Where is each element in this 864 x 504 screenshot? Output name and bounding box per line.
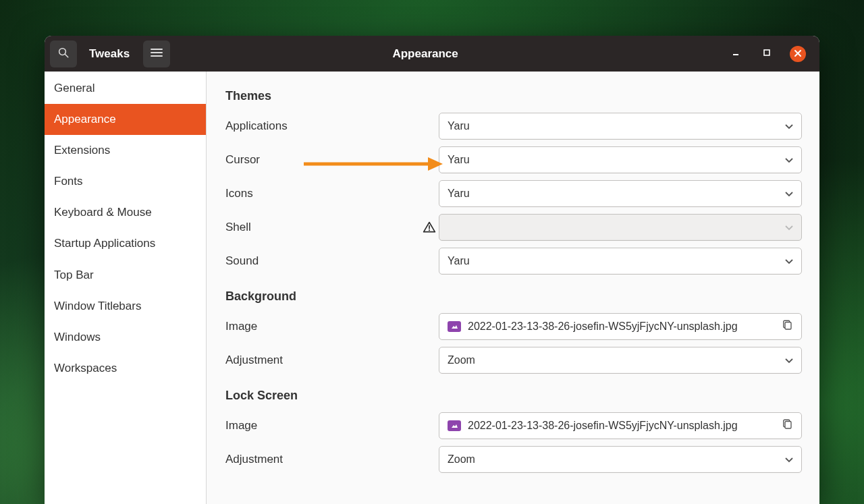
image-file-icon — [448, 321, 461, 332]
sidebar-item-appearance[interactable]: Appearance — [45, 104, 206, 135]
chevron-down-icon — [785, 120, 793, 132]
applications-combo[interactable]: Yaru — [439, 113, 802, 140]
window-body: General Appearance Extensions Fonts Keyb… — [45, 72, 819, 504]
sound-label: Sound — [225, 254, 439, 268]
page-title: Appearance — [177, 47, 728, 61]
background-adjustment-combo[interactable]: Zoom — [439, 347, 802, 374]
menu-button[interactable] — [143, 40, 170, 67]
sidebar-item-startup-applications[interactable]: Startup Applications — [45, 228, 206, 259]
background-image-label: Image — [225, 320, 439, 333]
icons-label: Icons — [225, 187, 439, 200]
content-panel: Themes Applications Yaru Cursor — [207, 72, 819, 504]
svg-rect-13 — [785, 323, 791, 330]
sound-value: Yaru — [448, 255, 785, 267]
cursor-value: Yaru — [448, 154, 785, 166]
icons-combo[interactable]: Yaru — [439, 180, 802, 207]
svg-marker-11 — [452, 325, 458, 329]
themes-heading: Themes — [225, 89, 802, 103]
row-icons: Icons Yaru — [225, 180, 802, 207]
svg-rect-16 — [785, 422, 791, 429]
sidebar-item-label: Windows — [54, 331, 101, 343]
sidebar-item-keyboard-mouse[interactable]: Keyboard & Mouse — [45, 197, 206, 228]
svg-marker-14 — [452, 424, 458, 428]
minimize-button[interactable] — [728, 46, 744, 62]
sidebar-item-windows[interactable]: Windows — [45, 322, 206, 353]
lock-image-label: Image — [225, 419, 439, 432]
sidebar-item-label: General — [54, 82, 94, 94]
row-lock-image: Image 2022-01-23-13-38-26-josefin-WS5yjF… — [225, 412, 802, 439]
background-adjustment-label: Adjustment — [225, 354, 439, 367]
window-controls — [728, 46, 806, 62]
browse-icon — [781, 319, 793, 334]
desktop-wallpaper: Tweaks Appearance — [0, 0, 864, 504]
row-cursor: Cursor Yaru — [225, 146, 802, 173]
chevron-down-icon — [785, 255, 793, 267]
maximize-icon — [762, 48, 772, 60]
cursor-combo[interactable]: Yaru — [439, 146, 802, 173]
chevron-down-icon — [785, 453, 793, 466]
chevron-down-icon — [785, 354, 793, 366]
titlebar: Tweaks Appearance — [45, 36, 819, 72]
svg-line-1 — [65, 54, 68, 57]
row-background-adjustment: Adjustment Zoom — [225, 347, 802, 374]
row-lock-adjustment: Adjustment Zoom — [225, 446, 802, 473]
row-shell: Shell — [225, 214, 802, 241]
sidebar-item-label: Keyboard & Mouse — [54, 206, 152, 219]
sidebar-item-window-titlebars[interactable]: Window Titlebars — [45, 291, 206, 322]
minimize-icon — [731, 48, 740, 60]
lock-adjustment-value: Zoom — [448, 453, 785, 466]
close-button[interactable] — [790, 46, 806, 62]
close-icon — [794, 48, 802, 60]
background-heading: Background — [225, 289, 802, 304]
sidebar-item-label: Extensions — [54, 144, 110, 157]
sidebar: General Appearance Extensions Fonts Keyb… — [45, 72, 207, 504]
row-background-image: Image 2022-01-23-13-38-26-josefin-WS5yjF… — [225, 313, 802, 340]
sidebar-item-label: Workspaces — [54, 362, 117, 374]
sidebar-item-general[interactable]: General — [45, 73, 206, 104]
sidebar-item-label: Fonts — [54, 175, 83, 188]
shell-label: Shell — [225, 221, 439, 234]
chevron-down-icon — [785, 221, 793, 233]
row-applications: Applications Yaru — [225, 113, 802, 140]
hamburger-icon — [151, 48, 163, 60]
applications-label: Applications — [225, 119, 439, 133]
lock-image-filename: 2022-01-23-13-38-26-josefin-WS5yjFjycNY-… — [468, 420, 774, 432]
background-image-chooser[interactable]: 2022-01-23-13-38-26-josefin-WS5yjFjycNY-… — [439, 313, 802, 340]
search-button[interactable] — [50, 40, 77, 67]
cursor-label: Cursor — [225, 153, 439, 167]
lock-image-chooser[interactable]: 2022-01-23-13-38-26-josefin-WS5yjFjycNY-… — [439, 412, 802, 439]
sidebar-item-extensions[interactable]: Extensions — [45, 135, 206, 166]
sidebar-item-label: Startup Applications — [54, 237, 155, 250]
sidebar-item-fonts[interactable]: Fonts — [45, 166, 206, 197]
sidebar-item-label: Appearance — [54, 113, 116, 125]
maximize-button[interactable] — [759, 46, 775, 62]
background-adjustment-value: Zoom — [448, 354, 785, 366]
warning-icon — [423, 221, 436, 234]
row-sound: Sound Yaru — [225, 248, 802, 275]
chevron-down-icon — [785, 154, 793, 166]
shell-combo — [439, 214, 802, 241]
background-image-filename: 2022-01-23-13-38-26-josefin-WS5yjFjycNY-… — [468, 320, 774, 333]
app-title: Tweaks — [89, 47, 130, 61]
tweaks-window: Tweaks Appearance — [45, 36, 819, 504]
svg-point-10 — [429, 229, 430, 231]
svg-rect-6 — [764, 50, 770, 55]
image-file-icon — [448, 420, 461, 431]
sidebar-item-workspaces[interactable]: Workspaces — [45, 353, 206, 384]
lock-adjustment-label: Adjustment — [225, 453, 439, 466]
lock-adjustment-combo[interactable]: Zoom — [439, 446, 802, 473]
sidebar-item-label: Top Bar — [54, 269, 94, 281]
search-icon — [57, 47, 70, 61]
sidebar-item-label: Window Titlebars — [54, 300, 141, 312]
applications-value: Yaru — [448, 120, 785, 132]
sidebar-item-top-bar[interactable]: Top Bar — [45, 260, 206, 291]
icons-value: Yaru — [448, 188, 785, 200]
sound-combo[interactable]: Yaru — [439, 248, 802, 275]
browse-icon — [781, 418, 793, 433]
chevron-down-icon — [785, 188, 793, 200]
lock-screen-heading: Lock Screen — [225, 389, 802, 403]
